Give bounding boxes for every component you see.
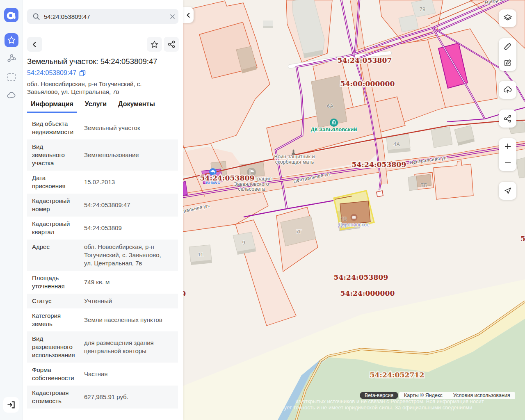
poi-name-label: ДК Завьяловский: [310, 126, 357, 132]
search-bar: [27, 9, 178, 24]
building-number-label: 11: [198, 251, 203, 258]
measure-edit-controls: [499, 38, 516, 71]
poi-name-label: скорбящая мать: [275, 159, 314, 165]
zoom-controls: [499, 138, 516, 171]
row-value: 627,985.91 руб.: [84, 389, 178, 405]
locate-button[interactable]: [499, 182, 516, 200]
tab-documents[interactable]: Документы: [114, 100, 159, 113]
building-number-label: 7Б: [421, 182, 427, 188]
exit-icon: [6, 400, 16, 410]
building-number-label: 9: [242, 240, 245, 246]
layers-button[interactable]: [499, 9, 516, 26]
object-address: обл. Новосибирская, р-н Тогучинский, с. …: [27, 80, 158, 96]
app-logo[interactable]: [4, 8, 18, 22]
row-label: Вид земельного участка: [32, 143, 84, 167]
table-row: Площадь уточненная749 кв. м: [27, 271, 178, 294]
cadastral-link[interactable]: 54:24:053809:47: [27, 69, 86, 77]
poi-name-label: сельсовета: [238, 186, 265, 192]
disclaimer-line-1: из открытых источников и не связан с Рос…: [295, 398, 484, 404]
table-row: Дата присвоения15.02.2013: [27, 171, 178, 194]
tab-services[interactable]: Услуги: [81, 100, 110, 113]
table-row: Адресобл. Новосибирская, р-н Тогучинский…: [27, 240, 178, 271]
favorite-button[interactable]: [147, 37, 162, 52]
row-label: Вид разрешенного использования: [32, 335, 84, 359]
app: Земельный участок: 54:24:053809:47 54:24…: [0, 0, 525, 420]
edit-icon: [503, 58, 512, 68]
row-label: Статус: [32, 297, 84, 305]
tab-information[interactable]: Информация: [27, 100, 77, 113]
sidebar-item-favorites[interactable]: [5, 33, 18, 47]
ruler-button[interactable]: [499, 38, 516, 55]
locate-control: [499, 182, 516, 200]
table-row: Вид земельного участкаЗемлепользование: [27, 139, 178, 171]
search-input[interactable]: [44, 13, 166, 20]
layers-icon: [503, 13, 513, 23]
sidebar-item-objects[interactable]: [6, 53, 17, 64]
row-value: для размещения здания центральной контор…: [84, 335, 178, 359]
small-parcel: [377, 191, 383, 197]
row-value: 749 кв. м: [84, 274, 178, 290]
row-label: Кадастровая стоимость: [32, 389, 84, 405]
exit-button[interactable]: [3, 397, 19, 413]
chevron-left-icon: [31, 41, 38, 48]
table-row: Кадастровая стоимость627,985.91 руб.: [27, 386, 178, 409]
panel-collapse-button[interactable]: [183, 7, 194, 23]
search-clear-button[interactable]: [166, 10, 178, 23]
table-row: Кадастровый номер54:24:053809:47: [27, 194, 178, 217]
share-icon: [167, 40, 176, 48]
row-label: Площадь уточненная: [32, 274, 84, 290]
share-icon: [503, 114, 512, 123]
map-canvas[interactable]: 79 6А 4А 7Б 7Г 9 11 7В Центральная ул. Ц…: [183, 0, 525, 420]
beta-badge: Beta-версия: [360, 392, 398, 399]
row-value: Учтенный: [84, 297, 178, 305]
row-value: 54:24:053809: [84, 220, 178, 236]
attributes-table: Вид объекта недвижимостиЗемельный участо…: [27, 116, 178, 409]
building-number-label: 4А: [393, 141, 400, 147]
row-label: Вид объекта недвижимости: [32, 120, 84, 136]
cadastral-number-label: 54:24:000000: [340, 289, 395, 297]
culture-house-icon: [330, 119, 338, 127]
row-label: Кадастровый номер: [32, 197, 84, 213]
cadastral-number-label: 54:24:053807: [337, 56, 392, 64]
building-number-label: 6А: [327, 103, 333, 109]
building-number-label: 7Г: [296, 228, 302, 235]
minus-icon: [504, 159, 512, 167]
clear-icon: [169, 14, 176, 20]
terms-link[interactable]: Условия использования: [453, 392, 510, 399]
yandex-copyright: Карты © Яндекс: [404, 392, 443, 399]
row-value: 15.02.2013: [84, 174, 178, 190]
map-share-button[interactable]: [499, 110, 516, 128]
cloud-upload-icon: [503, 85, 513, 95]
table-row: Категория земельЗемли населенных пунктов: [27, 308, 178, 331]
graph-nodes-icon: [6, 53, 17, 64]
row-value: обл. Новосибирская, р-н Тогучинский, с. …: [84, 243, 178, 267]
share-control: [499, 110, 516, 128]
cadastral-link-text[interactable]: 54:24:053809:47: [27, 69, 76, 77]
copy-icon[interactable]: [79, 70, 86, 76]
sidebar-item-select-area[interactable]: [6, 72, 17, 82]
cadastral-number-label: 54:24:053809: [352, 160, 406, 169]
share-button[interactable]: [164, 37, 179, 52]
disclaimer-line-2: ует точность и не имеет юридической силы…: [284, 404, 472, 411]
zoom-out-button[interactable]: [499, 155, 516, 171]
table-row: Вид разрешенного использованиядля размещ…: [27, 331, 178, 363]
row-label: Категория земель: [32, 312, 84, 328]
row-label: Дата присвоения: [32, 174, 84, 190]
search-icon: [32, 13, 40, 21]
tabs: Информация Услуги Документы: [27, 100, 159, 113]
edit-button[interactable]: [499, 55, 516, 71]
row-value: Земли населенных пунктов: [84, 312, 178, 328]
upload-button[interactable]: [499, 81, 516, 99]
building-number-label: 7В: [340, 216, 347, 222]
table-row: СтатусУчтенный: [27, 294, 178, 308]
zoom-in-button[interactable]: [499, 138, 516, 155]
cadastral-number-label: 54:2: [520, 235, 525, 243]
location-arrow-icon: [503, 186, 512, 195]
village-name-label: Доронинское: [338, 222, 370, 228]
row-label: Адрес: [32, 243, 84, 267]
back-button[interactable]: [27, 37, 42, 52]
row-value: Частная: [84, 366, 178, 382]
star-icon: [7, 36, 16, 45]
logo-a-icon: [4, 8, 18, 22]
sidebar-item-cloud[interactable]: [6, 90, 17, 101]
